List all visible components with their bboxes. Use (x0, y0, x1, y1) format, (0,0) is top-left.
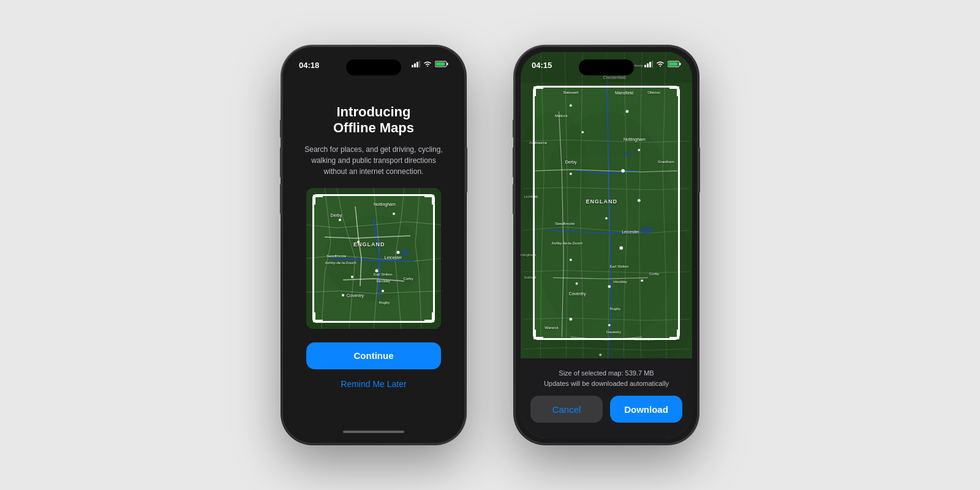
status-time-2: 04:15 (532, 61, 552, 70)
battery-icon-2 (668, 61, 681, 67)
svg-rect-40 (647, 64, 649, 68)
battery-icon (435, 61, 448, 67)
svg-rect-44 (680, 63, 681, 66)
wifi-icon-2 (656, 61, 665, 67)
download-button[interactable]: Download (610, 396, 682, 423)
svg-rect-45 (669, 62, 678, 66)
map-size-info: Size of selected map: 539.7 MB Updates w… (544, 368, 669, 388)
bottom-panel: Size of selected map: 539.7 MB Updates w… (521, 358, 692, 438)
status-bar-2: 04:15 (521, 52, 692, 83)
phone-2: Worksop Chesterfield Bakewell Mansfield … (514, 46, 698, 444)
svg-rect-42 (652, 61, 653, 67)
signal-icon (412, 61, 420, 67)
svg-rect-2 (417, 62, 418, 67)
status-icons-2 (644, 61, 681, 67)
remind-later-link[interactable]: Remind Me Later (341, 379, 406, 389)
continue-button[interactable]: Continue (306, 342, 441, 369)
svg-rect-41 (649, 62, 651, 67)
status-icons-1 (412, 61, 448, 67)
cancel-button[interactable]: Cancel (530, 396, 603, 423)
bottom-buttons: Cancel Download (521, 396, 692, 423)
svg-rect-3 (419, 61, 420, 67)
signal-icon-2 (644, 61, 653, 67)
svg-rect-1 (414, 64, 416, 68)
svg-rect-0 (412, 65, 413, 67)
status-time-1: 04:18 (299, 61, 319, 70)
map-preview-phone1: Nottingham Derby ENGLAND Swadlincote Ash… (306, 188, 441, 329)
map-selection-overlay[interactable] (533, 86, 680, 340)
svg-rect-5 (447, 63, 448, 66)
map-bg-phone1: Nottingham Derby ENGLAND Swadlincote Ash… (306, 188, 441, 329)
intro-screen: IntroducingOffline Maps Search for place… (288, 83, 459, 438)
svg-point-36 (599, 353, 601, 356)
svg-rect-39 (644, 65, 646, 67)
home-indicator-1 (343, 431, 404, 433)
phone-1: 04:18 (282, 46, 466, 444)
status-bar-1: 04:18 (288, 52, 459, 83)
intro-subtitle: Search for places, and get driving, cycl… (300, 144, 447, 177)
intro-title: IntroducingOffline Maps (333, 104, 414, 137)
svg-rect-6 (436, 62, 445, 66)
wifi-icon (423, 61, 432, 67)
map-selector-p1 (312, 194, 435, 323)
